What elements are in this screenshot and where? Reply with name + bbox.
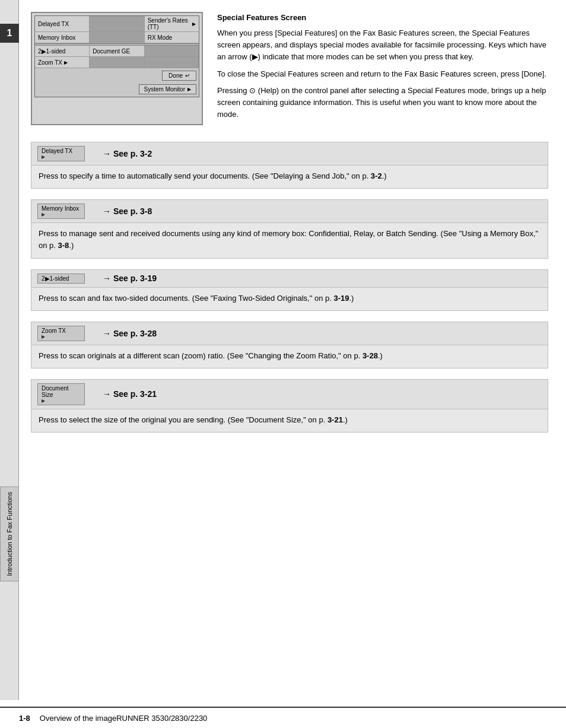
feature-delayed-tx-key: Delayed TX ▶ [37, 146, 85, 161]
feature-memory-inbox-header: Memory Inbox ▶ → See p. 3-8 [31, 200, 548, 223]
fax-screen-inner: Delayed TX Sender's Rates (TT) Memory In… [34, 15, 199, 97]
fax-row-1: Delayed TX Sender's Rates (TT) [35, 16, 199, 32]
feature-zoom-tx-body: Press to scan originals at a different s… [31, 345, 548, 368]
chapter-number: 1 [0, 24, 19, 43]
feature-2sided-key-label: 2▶1-sided [42, 275, 81, 282]
feature-memory-inbox-arrow: ▶ [42, 212, 81, 217]
fax-row-2: Memory Inbox RX Mode [35, 32, 199, 43]
feature-zoom-tx-ref: → See p. 3-28 [103, 329, 157, 338]
fax-cell-blank-3 [145, 46, 199, 56]
feature-document-size-key-label-2: Size [42, 392, 81, 398]
feature-2sided-bold-ref: 3-19 [333, 294, 349, 303]
description-para-2: To close the Special Features screen and… [217, 68, 548, 80]
fax-screen-image: Delayed TX Sender's Rates (TT) Memory In… [31, 12, 203, 125]
fax-row-3: 2▶1-sided Document GE [35, 46, 199, 57]
description-para-3: Pressing ⊙ (Help) on the control panel a… [217, 85, 548, 120]
feature-document-size-key: Document Size ▶ [37, 383, 85, 405]
fax-cell-delayed-tx: Delayed TX [35, 16, 90, 31]
fax-sysmon-button: System Monitor [139, 84, 196, 94]
feature-2sided-body: Press to scan and fax two-sided document… [31, 288, 548, 310]
sidebar: 1 Introduction to Fax Functions [0, 0, 19, 700]
fax-done-row: Done [35, 68, 199, 83]
feature-document-size-bold-ref: 3-21 [327, 415, 343, 424]
main-content: Delayed TX Sender's Rates (TT) Memory In… [19, 0, 566, 455]
feature-2sided-header: 2▶1-sided → See p. 3-19 [31, 270, 548, 288]
footer: 1-8 Overview of the imageRUNNER 3530/283… [0, 707, 566, 728]
fax-cell-sender-rates: Sender's Rates (TT) [145, 16, 199, 31]
fax-done-button: Done [162, 71, 196, 81]
sidebar-tab-label: Introduction to Fax Functions [6, 492, 13, 576]
feature-memory-inbox-body: Press to manage sent and received docume… [31, 223, 548, 257]
fax-cell-2sided: 2▶1-sided [35, 46, 90, 56]
fax-cell-blank-2 [90, 32, 144, 43]
description-title: Special Features Screen [217, 12, 548, 24]
feature-zoom-tx-bold-ref: 3-28 [363, 351, 378, 360]
feature-memory-inbox-key: Memory Inbox ▶ [37, 204, 85, 219]
feature-memory-inbox-bold-ref: 3-8 [58, 241, 69, 250]
feature-zoom-tx: Zoom TX ▶ → See p. 3-28 Press to scan or… [31, 322, 548, 368]
fax-sysmon-row: System Monitor [35, 83, 199, 97]
fax-cell-zoom-tx: Zoom TX [35, 57, 90, 68]
fax-cell-document-ge: Document GE [90, 46, 144, 56]
page-description: Overview of the imageRUNNER 3530/2830/22… [40, 714, 208, 723]
feature-document-size-ref: → See p. 3-21 [103, 389, 157, 399]
fax-cell-memory-inbox: Memory Inbox [35, 32, 90, 43]
feature-delayed-tx-key-label: Delayed TX [42, 148, 81, 154]
feature-document-size-header: Document Size ▶ → See p. 3-21 [31, 380, 548, 409]
feature-document-size-key-label-1: Document [42, 385, 81, 392]
feature-2sided-ref: → See p. 3-19 [103, 274, 157, 283]
feature-delayed-tx-ref: → See p. 3-2 [103, 149, 152, 158]
top-section: Delayed TX Sender's Rates (TT) Memory In… [31, 12, 548, 125]
feature-2sided-key: 2▶1-sided [37, 274, 85, 284]
feature-delayed-tx-bold-ref: 3-2 [371, 171, 382, 180]
feature-document-size-arrow: ▶ [42, 398, 81, 403]
feature-document-size-body: Press to select the size of the original… [31, 409, 548, 432]
feature-delayed-tx: Delayed TX ▶ → See p. 3-2 Press to speci… [31, 142, 548, 189]
feature-delayed-tx-arrow: ▶ [42, 154, 81, 160]
feature-zoom-tx-arrow: ▶ [42, 334, 81, 339]
fax-cell-blank-1 [90, 16, 144, 31]
feature-document-size: Document Size ▶ → See p. 3-21 Press to s… [31, 379, 548, 433]
fax-cell-rx-mode: RX Mode [145, 32, 199, 43]
feature-memory-inbox-ref: → See p. 3-8 [103, 206, 152, 216]
feature-delayed-tx-body: Press to specify a time to automatically… [31, 166, 548, 188]
page-number: 1-8 [19, 714, 30, 723]
fax-cell-blank-5 [145, 57, 199, 68]
feature-2sided: 2▶1-sided → See p. 3-19 Press to scan an… [31, 269, 548, 311]
fax-row-4: Zoom TX [35, 57, 199, 68]
feature-zoom-tx-key: Zoom TX ▶ [37, 326, 85, 341]
sidebar-tab: Introduction to Fax Functions [0, 487, 19, 581]
fax-cell-blank-4 [90, 57, 144, 68]
feature-memory-inbox: Memory Inbox ▶ → See p. 3-8 Press to man… [31, 199, 548, 258]
feature-memory-inbox-key-label: Memory Inbox [42, 205, 81, 212]
feature-zoom-tx-key-label: Zoom TX [42, 328, 81, 334]
feature-zoom-tx-header: Zoom TX ▶ → See p. 3-28 [31, 322, 548, 345]
description-para-1: When you press [Special Features] on the… [217, 27, 548, 63]
special-features-description: Special Features Screen When you press [… [217, 12, 548, 125]
feature-delayed-tx-header: Delayed TX ▶ → See p. 3-2 [31, 142, 548, 166]
